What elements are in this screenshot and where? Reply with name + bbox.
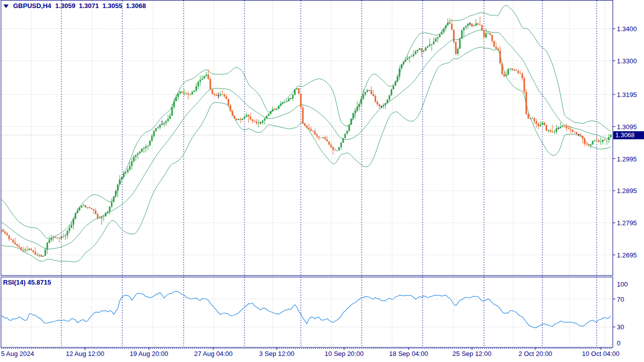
candle	[5, 230, 6, 235]
candle	[155, 128, 157, 132]
candle-body	[159, 125, 161, 128]
candle-body	[393, 85, 394, 89]
candle-body	[606, 140, 608, 140]
candle-body	[7, 233, 8, 235]
candle-body	[347, 131, 348, 134]
candle-body	[608, 137, 610, 140]
candle	[397, 74, 398, 82]
collapse-arrow-icon[interactable]	[4, 5, 9, 8]
candle	[520, 70, 521, 74]
candle-body	[584, 138, 586, 144]
candle-body	[270, 111, 272, 114]
candle	[359, 104, 360, 111]
candle	[576, 131, 578, 134]
candle	[242, 119, 244, 121]
candle-body	[105, 213, 107, 216]
candle-body	[182, 92, 183, 93]
candle	[258, 120, 260, 127]
candle-body	[77, 210, 78, 213]
candle	[49, 236, 50, 243]
candle-body	[600, 142, 602, 142]
candle	[445, 25, 447, 31]
candle	[465, 25, 467, 30]
candle-body	[85, 205, 87, 207]
candle-body	[31, 249, 32, 250]
candle	[347, 131, 348, 134]
candle-body	[331, 145, 332, 147]
candle-body	[377, 102, 378, 104]
candle	[222, 90, 223, 95]
candle-body	[415, 51, 417, 54]
candle-body	[186, 93, 187, 94]
rsi-pane-border	[1, 277, 613, 347]
candle-body	[284, 102, 286, 103]
candle-body	[57, 237, 58, 238]
candle-body	[123, 173, 125, 177]
candle	[117, 184, 119, 197]
candle-body	[425, 48, 427, 51]
candle	[111, 198, 113, 208]
candle-body	[192, 92, 193, 95]
candle-body	[23, 250, 24, 250]
candle-body	[572, 130, 574, 132]
candle-body	[280, 104, 282, 106]
candle-body	[345, 134, 346, 138]
candle	[508, 68, 509, 75]
candle	[596, 136, 598, 140]
candle-body	[135, 155, 137, 157]
candle	[81, 206, 83, 208]
candle-body	[91, 208, 93, 209]
candle-body	[224, 95, 225, 97]
candle	[473, 25, 475, 27]
candle-body	[357, 107, 358, 111]
candle-body	[610, 135, 612, 137]
candle-body	[250, 117, 252, 119]
candle-body	[286, 101, 288, 102]
candle-body	[214, 94, 215, 95]
candle	[25, 247, 26, 252]
candle-body	[407, 58, 409, 60]
candle-body	[536, 121, 537, 124]
candle-body	[15, 242, 16, 244]
chart-canvas[interactable]	[0, 0, 644, 362]
candle	[568, 125, 570, 129]
time-axis-label: 10 Oct 04:00	[582, 350, 619, 357]
candle-body	[208, 75, 209, 79]
candle	[236, 118, 237, 120]
candle-body	[316, 135, 318, 137]
candle-body	[570, 129, 572, 130]
candle	[290, 98, 292, 99]
candle-body	[355, 111, 356, 113]
candle-body	[343, 138, 344, 143]
current-price-badge: 1.3068	[613, 131, 644, 139]
candle-body	[232, 111, 233, 116]
candle	[83, 204, 85, 207]
candle-body	[560, 127, 561, 128]
candle-body	[387, 100, 388, 103]
candle-body	[540, 125, 541, 126]
candle	[413, 50, 415, 58]
candle	[254, 119, 256, 122]
candle-body	[514, 70, 515, 70]
candle-body	[202, 78, 203, 80]
candle-body	[496, 47, 497, 49]
candle-body	[178, 94, 179, 97]
candle-body	[534, 118, 535, 121]
candle	[220, 92, 221, 97]
candle	[542, 121, 543, 125]
candle-body	[302, 108, 304, 124]
rsi-axis-label: 0	[617, 339, 620, 347]
candle	[395, 80, 396, 86]
candle-body	[97, 214, 99, 218]
candle	[502, 63, 503, 75]
candle-body	[323, 137, 324, 138]
candle	[475, 19, 477, 26]
candle	[204, 75, 205, 79]
candle-body	[594, 140, 596, 141]
chart-title: GBPUSD,H4 1.3059 1.3071 1.3055 1.3068	[4, 2, 146, 10]
candle	[143, 146, 145, 153]
candle	[498, 47, 499, 50]
candle-body	[465, 26, 467, 28]
price-axis-label: 1.2895	[617, 187, 637, 195]
candle	[429, 38, 431, 46]
